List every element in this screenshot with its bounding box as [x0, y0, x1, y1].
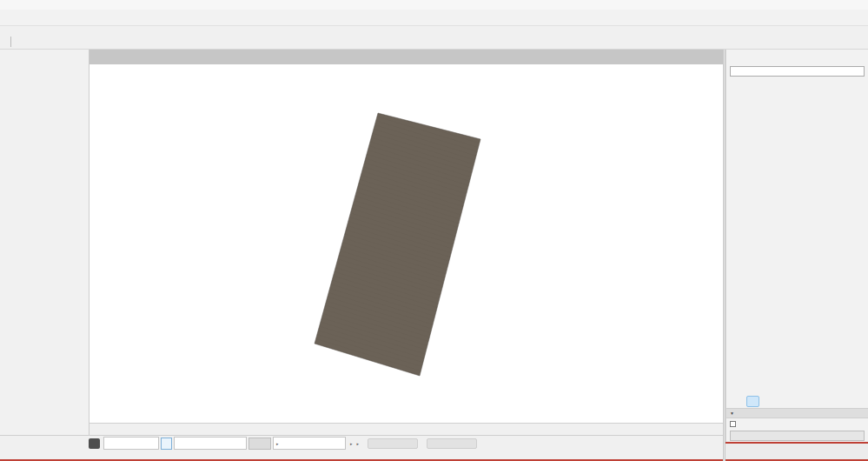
toolbar-label-row	[0, 26, 868, 35]
properties-header[interactable]: ▼	[726, 408, 868, 418]
toolbox-panel	[0, 50, 89, 435]
project-map-search[interactable]	[730, 66, 865, 77]
viewpoint-actions	[726, 394, 868, 408]
settings-button[interactable]	[730, 431, 865, 441]
absolute-coords-button[interactable]	[161, 438, 172, 450]
navigator-panel: ▼	[726, 50, 868, 461]
coordinate-xy-box[interactable]	[103, 437, 159, 450]
coordinate-ra-box[interactable]	[174, 437, 247, 450]
add-viewpoint-icon[interactable]	[730, 396, 743, 407]
perspective-icon	[730, 421, 736, 427]
properties-item	[726, 418, 868, 430]
tab-bar	[89, 50, 723, 64]
tracker-bar: ▸ ▸ ▸	[0, 435, 723, 451]
navigator-tabs	[726, 50, 868, 65]
polar-coords-button[interactable]	[248, 438, 271, 450]
project-map-tree	[726, 78, 868, 394]
search-input[interactable]	[731, 69, 864, 75]
open-viewpoint-icon[interactable]	[746, 396, 759, 407]
toolbar-handle	[10, 37, 11, 47]
main-toolbar	[0, 35, 868, 50]
collapse-triangle-icon: ▼	[730, 411, 734, 416]
quick-options-bar	[89, 423, 723, 435]
archicad-window: ▸ ▸ ▸	[0, 0, 868, 461]
menu-bar	[0, 0, 868, 10]
input-mode-icon[interactable]	[89, 438, 100, 449]
ok-button[interactable]	[368, 438, 418, 449]
half-dropdown-caret[interactable]: ▸	[357, 441, 360, 446]
3d-viewport[interactable]	[89, 64, 723, 423]
coordinate-z-box[interactable]: ▸	[273, 437, 346, 450]
3d-model-view	[89, 64, 723, 423]
workspace: ▸ ▸ ▸	[0, 50, 868, 461]
slab-polygon[interactable]	[315, 113, 480, 376]
cancel-button[interactable]	[427, 438, 477, 449]
snap-dropdown-caret[interactable]: ▸	[350, 441, 353, 446]
delete-viewpoint-icon[interactable]	[763, 396, 776, 407]
status-bar	[0, 451, 723, 461]
graphisoft-id-bar[interactable]	[726, 444, 868, 461]
standard-toolbar	[0, 10, 868, 26]
